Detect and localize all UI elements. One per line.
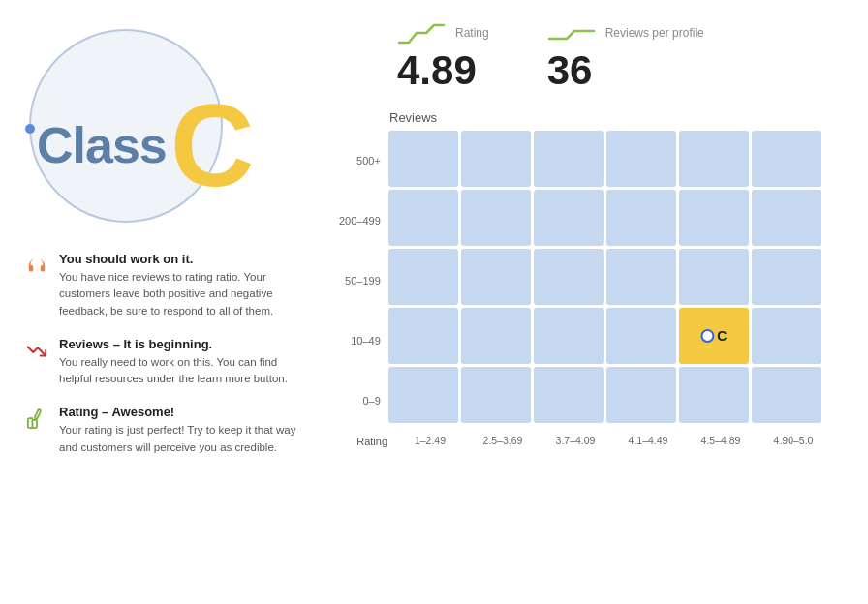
y-label-200: 200–499	[339, 193, 381, 249]
cell-r2-c5	[752, 249, 822, 305]
cell-r3-c3	[606, 308, 676, 364]
feedback-title-3: Rating – Awesome!	[59, 405, 310, 419]
dot-accent	[25, 124, 35, 134]
y-label-10: 10–49	[351, 313, 381, 369]
feedback-title-2: Reviews – It is beginning.	[59, 337, 310, 351]
left-panel: Class C You should work on it. You have …	[19, 19, 320, 585]
reviews-metric: Reviews per profile 36	[547, 19, 704, 93]
rating-axis-label: Rating	[343, 431, 388, 447]
feedback-desc-1: You have nice reviews to rating ratio. Y…	[59, 269, 310, 319]
feedback-item-3: Rating – Awesome! Your rating is just pe…	[24, 405, 310, 456]
headset-icon	[24, 254, 49, 279]
cell-r3-c5	[752, 308, 822, 364]
rating-metric: Rating 4.89	[397, 19, 489, 93]
cell-r1-c1	[461, 190, 531, 246]
cell-r0-c4	[679, 131, 749, 187]
y-axis: 500+ 200–499 50–199 10–49 0–9	[339, 131, 388, 431]
cell-r1-c0	[388, 190, 458, 246]
rating-label: Rating	[455, 26, 489, 40]
reviews-header: Reviews per profile	[547, 19, 704, 48]
y-label-50: 50–199	[345, 253, 381, 309]
x-label-5: 4.90–5.0	[759, 435, 828, 446]
cell-r4-c0	[388, 367, 458, 423]
feedback-item-2: Reviews – It is beginning. You really ne…	[24, 337, 310, 388]
cell-marker: C	[700, 328, 727, 344]
feedback-text-2: Reviews – It is beginning. You really ne…	[59, 337, 310, 388]
thumbs-up-icon	[24, 407, 49, 432]
cell-r0-c5	[752, 131, 822, 187]
feedback-desc-2: You really need to work on this. You can…	[59, 354, 310, 388]
cell-r3-c4-highlighted: C	[679, 308, 749, 364]
feedback-text-3: Rating – Awesome! Your rating is just pe…	[59, 405, 310, 456]
marker-c-label: C	[717, 328, 727, 344]
brand-text: Class C	[37, 87, 254, 203]
cell-r4-c1	[461, 367, 531, 423]
feedback-list: You should work on it. You have nice rev…	[19, 252, 310, 473]
cell-r3-c2	[534, 308, 604, 364]
x-label-0: 1–2.49	[395, 435, 465, 446]
x-axis-row: 1–2.49 2.5–3.69 3.7–4.09 4.1–4.49 4.5–4.…	[395, 435, 828, 446]
cell-r4-c2	[534, 367, 604, 423]
cell-r1-c4	[679, 190, 749, 246]
feedback-item-1: You should work on it. You have nice rev…	[24, 252, 310, 319]
cell-r2-c0	[388, 249, 458, 305]
cell-r2-c1	[461, 249, 531, 305]
cell-r3-c1	[461, 308, 531, 364]
cell-r4-c4	[679, 367, 749, 423]
grid-container: 500+ 200–499 50–199 10–49 0–9	[339, 131, 849, 431]
cell-r2-c2	[534, 249, 604, 305]
cell-r4-c5	[752, 367, 822, 423]
reviews-grid-label: Reviews	[339, 110, 849, 125]
cell-r1-c2	[534, 190, 604, 246]
feedback-title-1: You should work on it.	[59, 252, 310, 266]
x-label-4: 4.5–4.89	[686, 435, 756, 446]
grid-section: Reviews 500+ 200–499 50–199 10–49 0–9	[339, 110, 849, 447]
reviews-sparkline	[547, 19, 596, 48]
cell-r2-c3	[606, 249, 676, 305]
cell-r0-c3	[606, 131, 676, 187]
cell-r2-c4	[679, 249, 749, 305]
rating-header: Rating	[397, 19, 489, 48]
y-label-500: 500+	[356, 133, 381, 189]
x-label-2: 3.7–4.09	[541, 435, 610, 446]
cell-r0-c0	[388, 131, 458, 187]
x-axis-wrapper: Rating 1–2.49 2.5–3.69 3.7–4.09 4.1–4.49…	[339, 431, 849, 447]
cell-r0-c1	[461, 131, 531, 187]
brand-c-label: C	[170, 87, 255, 203]
right-panel: Rating 4.89 Reviews per profile 36 Revie…	[320, 19, 849, 585]
reviews-value: 36	[547, 48, 593, 93]
rating-value: 4.89	[397, 48, 477, 93]
trending-down-icon	[24, 339, 49, 364]
logo-area: Class C	[19, 19, 310, 242]
metrics-row: Rating 4.89 Reviews per profile 36	[339, 19, 849, 93]
rating-sparkline	[397, 19, 446, 48]
x-label-3: 4.1–4.49	[613, 435, 683, 446]
cell-r1-c5	[752, 190, 822, 246]
cell-r3-c0	[388, 308, 458, 364]
cell-r1-c3	[606, 190, 676, 246]
cell-r0-c2	[534, 131, 604, 187]
feedback-text-1: You should work on it. You have nice rev…	[59, 252, 310, 319]
grid-cells: C	[388, 131, 822, 423]
cell-r4-c3	[606, 367, 676, 423]
marker-dot	[700, 329, 714, 343]
reviews-label: Reviews per profile	[605, 26, 704, 40]
brand-class-label: Class	[37, 116, 167, 174]
y-label-0: 0–9	[362, 373, 380, 429]
feedback-desc-3: Your rating is just perfect! Try to keep…	[59, 422, 310, 456]
x-label-1: 2.5–3.69	[468, 435, 538, 446]
